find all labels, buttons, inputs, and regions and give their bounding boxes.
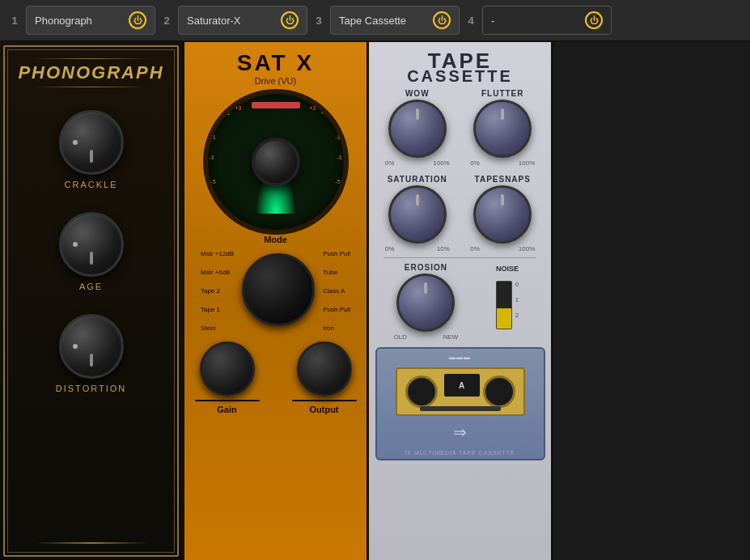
slot-1-power[interactable]: [129, 11, 146, 29]
tape-divider: [383, 257, 536, 258]
vu-num-m5r: -5: [335, 179, 340, 185]
erosion-low: OLD: [393, 333, 406, 341]
distortion-label: DISTORTION: [56, 384, 126, 393]
crackle-knob[interactable]: [59, 110, 124, 175]
vu-num-m20: -20: [224, 219, 232, 225]
age-knob-group: AGE: [59, 212, 124, 291]
cassette-arrow: ⇒: [453, 422, 467, 442]
tapesnaps-knob[interactable]: [473, 185, 532, 244]
vu-meter: L R +3 +1 0 -1 -3 -5 -10 -20 -20 -10 -5 …: [203, 89, 349, 235]
noise-num-2: 2: [515, 312, 519, 319]
tape-knobs-grid: WOW 0% 100% FLUTTER 0% 100% SATURATION: [375, 86, 544, 256]
noise-num-1: 1: [515, 296, 519, 303]
wow-high: 100%: [433, 159, 449, 167]
slot-num-3: 3: [311, 15, 327, 27]
flutter-high: 100%: [519, 159, 535, 167]
output-knob[interactable]: [297, 342, 352, 397]
age-knob-dot: [73, 242, 78, 247]
wow-knob[interactable]: [388, 100, 447, 158]
distortion-knob-group: DISTORTION: [56, 314, 126, 393]
age-knob[interactable]: [59, 212, 124, 277]
distortion-knob-dot: [73, 344, 78, 349]
vu-num-m20r: -20: [319, 219, 327, 225]
phonograph-title: PHONOGRAPH: [18, 62, 163, 83]
vu-num-p1r: +1: [321, 110, 328, 116]
noise-nums: 0 1 2: [515, 281, 519, 319]
vu-num-0r: 0: [334, 118, 337, 124]
slot-4-power[interactable]: [585, 11, 603, 29]
cassette-tape-slot: [420, 406, 501, 411]
mode-classa: Class A: [323, 287, 350, 295]
distortion-knob[interactable]: [59, 314, 124, 379]
satx-left-modes: Mstr +12dB Mstr +6dB Tape 2 Tape 1 Steel: [201, 250, 234, 332]
phono-divider-bot: [32, 87, 149, 87]
slot-num-4: 4: [463, 15, 479, 27]
vu-num-m5: -5: [211, 179, 216, 185]
mode-steel: Steel: [201, 325, 234, 332]
vu-num-p1: +1: [224, 110, 231, 116]
mode-tube: Tube: [323, 269, 350, 276]
slot-2-power[interactable]: [281, 11, 299, 29]
vu-num-0: 0: [214, 118, 218, 124]
cassette-body: ▬▬▬ A ⇒ IK MULTIMEDIA TAPE CASSETTE: [375, 347, 545, 460]
satx-knobs-row: Gain Output: [195, 342, 357, 414]
saturation-label: SATURATION: [388, 175, 447, 184]
saturation-high: 10%: [437, 245, 450, 252]
slot-tab-2[interactable]: Saturator-X: [178, 6, 307, 35]
cassette-top-bar: ▬▬▬: [449, 354, 471, 361]
mode-mstr6: Mstr +6dB: [201, 269, 234, 276]
slot-3-label: Tape Cassette: [339, 15, 426, 27]
saturation-knob[interactable]: [388, 185, 447, 244]
tapesnaps-high: 100%: [519, 245, 535, 252]
mode-label: Mode: [264, 235, 287, 244]
mode-tape2: Tape 2: [201, 287, 234, 295]
slot-4-label: -: [491, 15, 578, 27]
tape-panel: TAPE CASSETTE WOW 0% 100% FLUTTER 0% 100…: [369, 42, 553, 560]
flutter-knob-group: FLUTTER 0% 100%: [464, 89, 542, 167]
vu-num-m1: -1: [211, 134, 216, 140]
cassette-reel-left: [405, 375, 438, 408]
tapesnaps-label: TAPESNAPS: [475, 175, 531, 184]
saturation-range: 0% 10%: [385, 245, 450, 252]
tapesnaps-low: 0%: [470, 245, 480, 252]
saturation-low: 0%: [385, 245, 395, 252]
phono-bottom-deco: [35, 542, 148, 544]
slot-2-label: Saturator-X: [187, 15, 274, 27]
mode-pushpull: Push Pull: [323, 250, 350, 257]
output-label: Output: [309, 405, 338, 414]
mode-mstr12: Mstr +12dB: [201, 250, 234, 257]
slot-3-power[interactable]: [433, 11, 451, 29]
vu-num-m10: -10: [214, 207, 222, 213]
crackle-knob-group: CRACKLE: [59, 110, 124, 189]
wow-knob-group: WOW 0% 100%: [379, 89, 456, 167]
output-line: [292, 400, 357, 401]
satx-center-section: Mstr +12dB Mstr +6dB Tape 2 Tape 1 Steel…: [194, 246, 357, 335]
output-knob-group: Output: [292, 342, 357, 414]
vu-center-knob[interactable]: [252, 138, 300, 186]
noise-bar: [496, 281, 512, 329]
saturation-knob-group: SATURATION 0% 10%: [379, 175, 456, 252]
vu-label-l: L: [216, 104, 219, 109]
crackle-knob-dot: [73, 140, 78, 145]
cassette-label: A: [444, 374, 480, 397]
slot-tab-4[interactable]: -: [482, 6, 612, 35]
mode-iron: Iron: [323, 325, 350, 332]
tape-title2: CASSETTE: [407, 67, 513, 86]
slot-num-1: 1: [6, 15, 23, 27]
slot-num-2: 2: [159, 15, 175, 27]
flutter-label: FLUTTER: [481, 89, 524, 98]
slot-tab-1[interactable]: Phonograph: [26, 6, 155, 35]
wow-range: 0% 100%: [385, 159, 450, 167]
slot-tab-3[interactable]: Tape Cassette: [330, 6, 460, 35]
mode-selector-knob[interactable]: [242, 253, 315, 326]
tapesnaps-knob-group: TAPESNAPS 0% 100%: [464, 175, 542, 252]
phono-divider-top: [32, 58, 149, 59]
gain-knob[interactable]: [200, 342, 255, 397]
erosion-knob[interactable]: [396, 274, 455, 332]
satx-mode-area: Mode Mstr +12dB Mstr +6dB Tape 2 Tape 1 …: [191, 235, 360, 335]
vu-num-p3: +3: [235, 105, 242, 111]
mode-pushpull2: Push Pull: [323, 306, 350, 313]
erosion-high: NEW: [443, 333, 459, 341]
flutter-knob[interactable]: [473, 100, 532, 158]
satx-mode-cols: Mstr +12dB Mstr +6dB Tape 2 Tape 1 Steel…: [194, 250, 357, 332]
